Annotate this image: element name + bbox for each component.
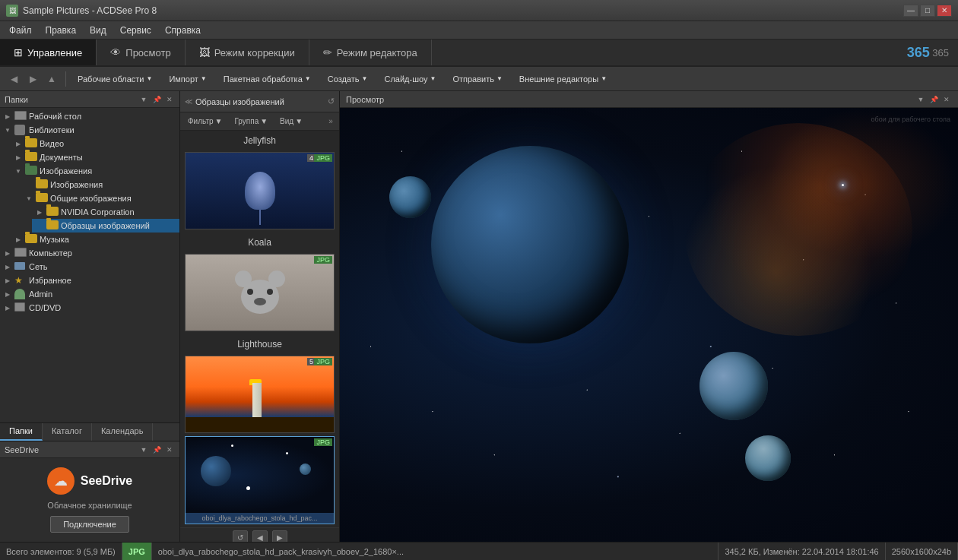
tree-item-video[interactable]: ▶ Видео <box>11 137 179 150</box>
chevron-down-icon: ▼ <box>496 75 503 82</box>
tab-develop[interactable]: 🖼 Режим коррекции <box>186 40 309 65</box>
titlebar: 🖼 Sample Pictures - ACDSee Pro 8 — □ ✕ <box>0 0 958 21</box>
menu-help[interactable]: Справка <box>159 24 207 37</box>
thumb-space-wallpaper[interactable]: JPG oboi_dlya_rabochego_stola_hd_pac... <box>185 436 335 524</box>
refresh-icon[interactable]: ↺ <box>328 96 335 106</box>
tree-label-admin: Admin <box>29 289 52 299</box>
tab-edit-label: Режим редактора <box>337 47 417 59</box>
current-path: Образцы изображений <box>195 97 284 106</box>
back-button[interactable]: ◀ <box>5 70 23 88</box>
panel-pin-btn[interactable]: 📌 <box>151 94 162 105</box>
preview-panel: Просмотр ▼ 📌 ✕ обои для рабочего стола <box>340 91 958 542</box>
status-total-text: Всего элементов: 9 (5,9 МБ) <box>6 547 116 556</box>
koala-ear-right <box>268 271 285 287</box>
tree-label-desktop: Рабочий стол <box>29 112 81 121</box>
maximize-button[interactable]: □ <box>920 5 935 17</box>
close-button[interactable]: ✕ <box>937 5 952 17</box>
menu-file[interactable]: Файл <box>3 24 38 37</box>
tree-item-images-sub[interactable]: Изображения <box>21 178 179 191</box>
bottom-tabs: Папки Каталог Календарь <box>0 422 179 441</box>
chevron-down-icon: ▼ <box>201 75 207 82</box>
seedrive-description: Облачное хранилище <box>47 501 132 510</box>
create-button[interactable]: Создать ▼ <box>321 71 375 87</box>
seedrive-pin-btn[interactable]: 📌 <box>151 445 162 455</box>
tree-item-images[interactable]: ▼ Изображения <box>11 164 179 178</box>
expand-icon[interactable]: » <box>325 116 336 127</box>
seedrive-close-btn[interactable]: ✕ <box>164 445 175 455</box>
footer-refresh-btn[interactable]: ↺ <box>233 530 248 543</box>
preview-header: Просмотр ▼ 📌 ✕ <box>340 91 958 108</box>
left-panel: Папки ▼ 📌 ✕ ▶ Рабочий стол ▼ Библиотеки <box>0 91 180 542</box>
nebula2-layer <box>768 108 958 260</box>
tab-view[interactable]: 👁 Просмотр <box>97 40 185 65</box>
monitor-icon <box>14 111 27 122</box>
tree-arrow: ▶ <box>3 291 12 298</box>
tree-item-documents[interactable]: ▶ Документы <box>11 150 179 164</box>
tab-edit[interactable]: ✏ Режим редактора <box>309 40 432 65</box>
tree-item-sample-pictures[interactable]: Образцы изображений <box>32 219 179 233</box>
seedrive-dropdown-btn[interactable]: ▼ <box>138 445 149 455</box>
seedrive-connect-button[interactable]: Подключение <box>50 516 129 533</box>
chevron-down-icon: ▼ <box>601 75 607 82</box>
tree-item-desktop[interactable]: ▶ Рабочий стол <box>0 109 179 123</box>
fileinfo-text: 345,2 КБ, Изменён: 22.04.2014 18:01:46 <box>725 547 878 556</box>
workspace-button[interactable]: Рабочие области ▼ <box>71 71 159 87</box>
small-planet-3 <box>745 435 791 481</box>
status-jpg-badge: JPG <box>122 543 152 560</box>
koala-ear-left <box>235 271 252 287</box>
thumb-koala[interactable]: JPG <box>185 254 335 331</box>
seedrive-cloud-icon: ☁ <box>47 467 75 495</box>
minimize-button[interactable]: — <box>903 5 918 17</box>
panel-dropdown-btn[interactable]: ▼ <box>138 94 149 105</box>
space-background: обои для рабочего стола <box>340 108 958 542</box>
tree-label-images-sub: Изображения <box>50 180 103 189</box>
up-button[interactable]: ▲ <box>43 70 61 88</box>
toolbar: ◀ ▶ ▲ Рабочие области ▼ Импорт ▼ Пакетна… <box>0 67 958 91</box>
footer-prev-btn[interactable]: ◀ <box>252 530 268 543</box>
batch-process-button[interactable]: Пакетная обработка ▼ <box>217 71 318 87</box>
preview-image-area[interactable]: обои для рабочего стола <box>340 108 958 542</box>
import-button[interactable]: Импорт ▼ <box>162 71 213 87</box>
menu-service[interactable]: Сервис <box>114 24 157 37</box>
tree-item-favorites[interactable]: ▶ ★ Избранное <box>0 274 179 287</box>
footer-next-btn[interactable]: ▶ <box>272 530 287 543</box>
tree-arrow: ▶ <box>3 277 12 284</box>
tree-item-libraries[interactable]: ▼ Библиотеки <box>0 123 179 137</box>
thumb-jellyfish[interactable]: 4 ЈРG <box>185 152 335 229</box>
disk-icon <box>14 302 27 313</box>
external-editors-button[interactable]: Внешние редакторы ▼ <box>512 71 614 87</box>
tree-arrow: ▶ <box>14 154 23 161</box>
koala-eye-right <box>267 289 273 295</box>
status-dimensions: 2560x1600x24b <box>886 543 958 560</box>
preview-close-btn[interactable]: ✕ <box>941 94 952 105</box>
slideshow-button[interactable]: Слайд-шоу ▼ <box>377 71 443 87</box>
tree-item-cddvd[interactable]: ▶ CD/DVD <box>0 301 179 315</box>
tab-manage[interactable]: ⊞ Управление <box>0 40 97 65</box>
network-icon <box>14 261 27 272</box>
view-options-button[interactable]: Вид ▼ <box>275 115 307 127</box>
library-icon <box>14 125 27 135</box>
thumb-lighthouse[interactable]: 5 JPG <box>185 356 335 433</box>
tab-catalog[interactable]: Каталог <box>43 423 92 441</box>
tree-item-shared-images[interactable]: ▼ Общие изображения <box>21 191 179 205</box>
tab-folders[interactable]: Папки <box>0 423 43 441</box>
tree-item-music[interactable]: ▶ Музыка <box>11 233 179 246</box>
panel-close-btn[interactable]: ✕ <box>164 94 175 105</box>
menu-edit[interactable]: Правка <box>40 24 83 37</box>
jpg-badge: JPG <box>314 358 332 365</box>
filter-button[interactable]: Фильтр ▼ <box>183 115 227 127</box>
tree-item-admin[interactable]: ▶ Admin <box>0 287 179 301</box>
jpg-badge: JPG <box>314 256 332 264</box>
tree-item-computer[interactable]: ▶ Компьютер <box>0 246 179 260</box>
preview-dropdown-btn[interactable]: ▼ <box>915 94 926 105</box>
tab-calendar[interactable]: Календарь <box>92 423 154 441</box>
preview-pin-btn[interactable]: 📌 <box>928 94 939 105</box>
tree-item-nvidia[interactable]: ▶ NVIDIA Corporation <box>32 205 179 219</box>
group-button[interactable]: Группа ▼ <box>230 115 273 127</box>
send-button[interactable]: Отправить ▼ <box>446 71 509 87</box>
tree-label-video: Видео <box>40 139 64 148</box>
tree-item-network[interactable]: ▶ Сеть <box>0 260 179 274</box>
menu-view[interactable]: Вид <box>84 24 113 37</box>
seedrive-panel: SeeDrive ▼ 📌 ✕ ☁ SeeDrive Облачное храни… <box>0 441 179 542</box>
forward-button[interactable]: ▶ <box>24 70 42 88</box>
